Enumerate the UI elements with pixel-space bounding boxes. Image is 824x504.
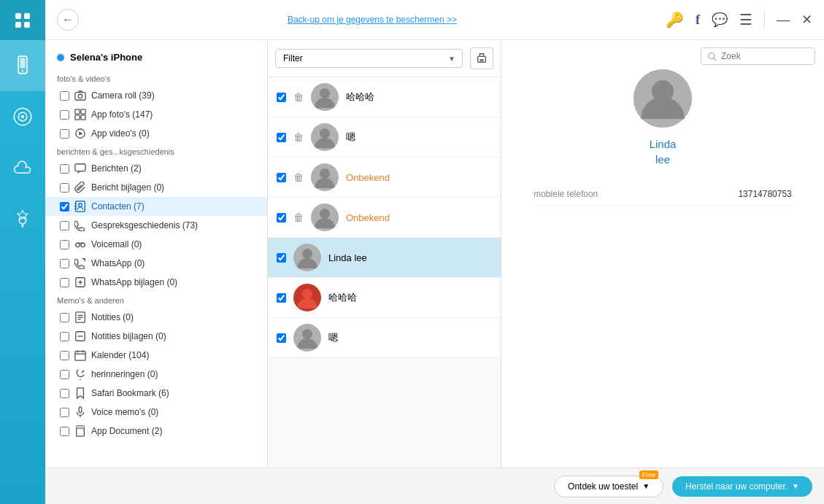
- tree-label-app-photos: App foto's (147): [91, 109, 261, 120]
- menu-icon[interactable]: ☰: [739, 11, 752, 28]
- right-panel: ✏️ Linda lee mobiele telefoon 1371478075…: [501, 40, 824, 468]
- sidebar-item-tools[interactable]: [0, 193, 45, 244]
- tree-checkbox-voicemail[interactable]: [60, 240, 69, 249]
- tree-checkbox-notities[interactable]: [60, 313, 69, 322]
- close-button[interactable]: ✕: [801, 12, 812, 28]
- detail-value-phone: 13714780753: [738, 189, 791, 199]
- tree-item-bericht-bijlagen[interactable]: Bericht bijlagen (0): [45, 178, 267, 197]
- attachment-icon: [74, 181, 87, 194]
- tree-checkbox-app-videos[interactable]: [60, 129, 69, 139]
- contact-row[interactable]: 🗑 哈哈哈: [268, 77, 501, 117]
- delete-icon[interactable]: 🗑: [293, 212, 304, 223]
- tree-item-berichten[interactable]: Berichten (2): [45, 159, 267, 178]
- tree-label-notities: Notities (0): [91, 312, 261, 322]
- discover-arrow-icon: ▼: [642, 482, 650, 490]
- svg-rect-2: [15, 22, 21, 28]
- search-input[interactable]: [721, 51, 809, 61]
- sidebar-item-music[interactable]: [0, 91, 45, 142]
- svg-point-26: [76, 243, 80, 247]
- restore-button[interactable]: Herstel naar uw computer. ▼: [672, 476, 812, 497]
- tree-checkbox-contacten[interactable]: [60, 202, 69, 212]
- tree-checkbox-app-document[interactable]: [60, 427, 69, 436]
- tree-checkbox-voice-memo[interactable]: [60, 408, 69, 417]
- tree-checkbox-app-photos[interactable]: [60, 110, 69, 120]
- tree-item-contacten[interactable]: Contacten (7): [45, 197, 267, 216]
- tree-checkbox-kalender[interactable]: [60, 351, 69, 360]
- contact-avatar: [293, 324, 321, 352]
- contact-row[interactable]: 🗑 Onbekend: [268, 158, 501, 198]
- contact-row[interactable]: 🗑 嗯: [268, 117, 501, 158]
- filter-select[interactable]: Filter: [275, 49, 463, 68]
- tree-item-safari[interactable]: Safari Bookmark (6): [45, 384, 267, 403]
- tree-item-herinneringen[interactable]: herinneringen (0): [45, 365, 267, 384]
- svg-rect-45: [77, 426, 85, 429]
- search-icon: [707, 52, 717, 61]
- tree-checkbox-notities-bijlagen[interactable]: [60, 332, 69, 341]
- minimize-button[interactable]: —: [777, 12, 790, 28]
- tree-checkbox-herinneringen[interactable]: [60, 370, 69, 379]
- tree-item-app-photos[interactable]: App foto's (147): [45, 105, 267, 124]
- tree-item-app-document[interactable]: App Document (2): [45, 422, 267, 441]
- tree-item-app-videos[interactable]: App video's (0): [45, 124, 267, 143]
- calendar-icon: [74, 349, 87, 362]
- tree-checkbox-gespreks[interactable]: [60, 221, 69, 230]
- key-icon[interactable]: 🔑: [666, 11, 684, 28]
- svg-marker-19: [79, 131, 82, 135]
- contact-checkbox[interactable]: [277, 333, 286, 343]
- back-button[interactable]: ←: [57, 9, 79, 31]
- contact-checkbox[interactable]: [277, 293, 286, 303]
- tree-item-voice-memo[interactable]: Voice memo's (0): [45, 403, 267, 422]
- device-name: Selena's iPhone: [70, 52, 142, 63]
- tree-item-notities-bijlagen[interactable]: Notities bijlagen (0): [45, 327, 267, 346]
- tree-checkbox-safari[interactable]: [60, 389, 69, 398]
- tree-checkbox-whatsapp[interactable]: [60, 259, 69, 268]
- delete-icon[interactable]: 🗑: [293, 131, 304, 143]
- contact-avatar: [293, 284, 321, 311]
- contact-checkbox[interactable]: [277, 93, 286, 102]
- tree-label-berichten: Berichten (2): [91, 163, 261, 174]
- backup-link[interactable]: Back-up om je gegevens te beschermen >>: [88, 15, 657, 25]
- video-icon: [74, 127, 87, 140]
- tree-checkbox-berichten[interactable]: [60, 164, 69, 174]
- contact-row[interactable]: 嗯: [268, 318, 501, 358]
- discover-button[interactable]: Free Ontdek uw toestel ▼: [554, 476, 663, 497]
- tree-checkbox-camera-roll[interactable]: [60, 91, 69, 101]
- contact-checkbox[interactable]: [277, 253, 286, 263]
- tree-label-whatsapp: WhatsApp (0): [91, 258, 261, 268]
- contact-checkbox[interactable]: [277, 213, 286, 222]
- contact-row[interactable]: Linda lee: [268, 238, 501, 278]
- contact-checkbox[interactable]: [277, 133, 286, 142]
- svg-point-27: [81, 243, 85, 247]
- tree-checkbox-bericht-bijlagen[interactable]: [60, 183, 69, 193]
- app-logo[interactable]: [0, 0, 45, 40]
- chat-icon[interactable]: 💬: [712, 12, 728, 28]
- tree-item-kalender[interactable]: Kalender (104): [45, 346, 267, 365]
- svg-rect-1: [24, 13, 30, 19]
- contact-row[interactable]: 🗑 Onbekend: [268, 198, 501, 238]
- print-button[interactable]: [470, 47, 493, 69]
- tree-item-whatsapp[interactable]: WhatsApp (0): [45, 254, 267, 273]
- delete-icon[interactable]: 🗑: [293, 91, 304, 103]
- sidebar-item-cloud[interactable]: [0, 142, 45, 193]
- discover-label: Ontdek uw toestel: [568, 481, 638, 492]
- tree-item-notities[interactable]: Notities (0): [45, 308, 267, 327]
- tree-checkbox-whatsapp-bijlagen[interactable]: [60, 278, 69, 287]
- detail-last-name: lee: [655, 153, 670, 166]
- topbar-right-icons: 🔑 f 💬 ☰ — ✕: [666, 11, 812, 28]
- tree-item-whatsapp-bijlagen[interactable]: WhatsApp bijlagen (0): [45, 273, 267, 292]
- tree-item-voicemail[interactable]: Voicemail (0): [45, 235, 267, 254]
- svg-rect-16: [75, 115, 80, 120]
- contact-checkbox[interactable]: [277, 173, 286, 182]
- tree-item-gespreks[interactable]: Gespreksgeschiedenis (73): [45, 216, 267, 235]
- facebook-icon[interactable]: f: [696, 12, 700, 28]
- restore-arrow-icon: ▼: [792, 482, 799, 490]
- topbar: ← Back-up om je gegevens te beschermen >…: [45, 0, 824, 40]
- tree-item-camera-roll[interactable]: Camera roll (39): [45, 86, 267, 105]
- messages-icon: [74, 162, 87, 175]
- svg-point-25: [79, 203, 82, 206]
- voice-memo-icon: [74, 406, 87, 419]
- contact-row[interactable]: 哈哈哈: [268, 278, 501, 318]
- sidebar: [0, 0, 45, 504]
- delete-icon[interactable]: 🗑: [293, 171, 304, 183]
- sidebar-item-phone[interactable]: [0, 40, 45, 91]
